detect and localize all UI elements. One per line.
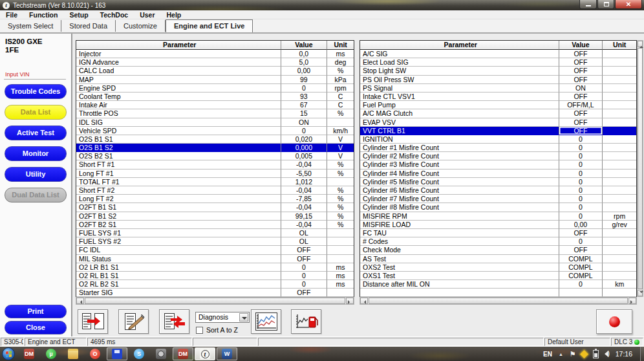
- table-row[interactable]: FC IDLOFF: [76, 246, 354, 254]
- table-row[interactable]: MISFIRE RPM0rpm: [360, 212, 636, 221]
- table-row[interactable]: Intake CTL VSV1OFF: [360, 93, 636, 101]
- menu-item-user[interactable]: User: [134, 11, 160, 19]
- show-desktop-button[interactable]: [640, 347, 644, 361]
- scroll-right-button[interactable]: [346, 298, 354, 304]
- tab-customize[interactable]: Customize: [116, 20, 166, 32]
- taskbar-floppy-app-icon[interactable]: [107, 347, 127, 360]
- table-row[interactable]: # Codes0: [360, 237, 636, 246]
- line-graph-button[interactable]: [251, 309, 281, 334]
- taskbar-techstream-app-icon[interactable]: t: [195, 347, 215, 360]
- volume-icon[interactable]: [605, 351, 608, 357]
- sidebar-button-monitor[interactable]: Monitor: [5, 146, 67, 161]
- table-row[interactable]: A/C SIGOFF: [360, 50, 636, 58]
- table-row[interactable]: Vehicle SPD0km/h: [76, 127, 354, 135]
- sidebar-button-trouble-codes[interactable]: Trouble Codes: [5, 84, 67, 99]
- taskbar-word-icon[interactable]: W: [217, 347, 237, 360]
- table-row[interactable]: IGNITION0: [360, 135, 636, 144]
- vertical-scrollbar[interactable]: [637, 40, 643, 297]
- table-row[interactable]: Injector0,0ms: [76, 50, 354, 58]
- table-row[interactable]: O2FT B2 S1-0,04%: [76, 221, 354, 229]
- table-row[interactable]: Starter SIGOFF: [76, 289, 354, 297]
- table-row[interactable]: O2S B1 S10,020V: [76, 135, 354, 144]
- table-row[interactable]: O2FT B1 S299,15%: [76, 212, 354, 221]
- table-row[interactable]: OXS2 TestCOMPL: [360, 263, 636, 272]
- swap-data-button[interactable]: [159, 309, 189, 334]
- menu-item-file[interactable]: File: [0, 11, 23, 19]
- table-row[interactable]: MISFIRE LOAD0,00g/rev: [360, 221, 636, 229]
- edit-list-button[interactable]: [118, 309, 149, 334]
- scroll-down-button[interactable]: [638, 290, 643, 296]
- table-row[interactable]: MIL StatusOFF: [76, 255, 354, 263]
- table-row[interactable]: IGN Advance5,0deg: [76, 58, 354, 67]
- sidebar-button-utility[interactable]: Utility: [5, 167, 67, 182]
- record-button[interactable]: [596, 309, 632, 334]
- table-row[interactable]: FC TAUOFF: [360, 229, 636, 237]
- scroll-left-button[interactable]: [76, 298, 84, 304]
- menu-item-techdoc[interactable]: TechDoc: [94, 11, 134, 19]
- table-row[interactable]: Check ModeOFF: [360, 246, 636, 254]
- taskbar-skype-icon[interactable]: S: [129, 347, 149, 360]
- table-row[interactable]: Fuel PumpOFF/M,L: [360, 101, 636, 109]
- action-center-icon[interactable]: ⚑: [570, 350, 576, 358]
- table-row[interactable]: AS TestCOMPL: [360, 255, 636, 263]
- tab-stored-data[interactable]: Stored Data: [61, 20, 116, 32]
- taskbar-opera-icon[interactable]: O: [85, 347, 105, 360]
- table-row[interactable]: O2 RL B1 S10ms: [76, 272, 354, 280]
- close-button[interactable]: ✕: [615, 0, 642, 9]
- table-row[interactable]: FUEL SYS #1OL: [76, 229, 354, 237]
- mode-dropdown[interactable]: Diagnosis: [195, 312, 250, 323]
- table-row[interactable]: Cylinder #2 Misfire Count0: [360, 152, 636, 160]
- minimize-button[interactable]: [579, 0, 597, 9]
- fuel-graph-button[interactable]: [291, 309, 321, 334]
- table-row[interactable]: PS SignalON: [360, 84, 636, 93]
- table-row[interactable]: EVAP VSVOFF: [360, 118, 636, 127]
- left-horizontal-scrollbar[interactable]: [76, 297, 354, 305]
- table-row[interactable]: Elect Load SIGOFF: [360, 58, 636, 67]
- column-header-value[interactable]: Value: [559, 41, 603, 50]
- table-row[interactable]: Cylinder #6 Misfire Count0: [360, 186, 636, 195]
- table-row[interactable]: IDL SIGON: [76, 118, 354, 127]
- select-data-button[interactable]: [78, 309, 108, 334]
- menu-item-function[interactable]: Function: [23, 11, 63, 19]
- table-row[interactable]: Long FT #2-7,85%: [76, 195, 354, 203]
- table-row[interactable]: O2S B1 S20,000V: [76, 144, 354, 152]
- table-row[interactable]: O2FT B1 S1-0,04%: [76, 203, 354, 212]
- taskbar-camera-app-icon[interactable]: [151, 347, 171, 360]
- column-header-unit[interactable]: Unit: [602, 41, 636, 50]
- scroll-thumb[interactable]: [369, 298, 628, 304]
- scroll-thumb[interactable]: [85, 298, 345, 304]
- table-row[interactable]: Intake Air67C: [76, 101, 354, 109]
- table-row[interactable]: TOTAL FT #11,012: [76, 178, 354, 186]
- menu-item-help[interactable]: Help: [161, 11, 188, 19]
- scroll-up-button[interactable]: [638, 41, 643, 47]
- tab-system-select[interactable]: System Select: [0, 20, 61, 32]
- table-row[interactable]: VVT CTRL B1OFF: [360, 127, 636, 135]
- show-hidden-icons-button[interactable]: ▲: [559, 352, 563, 356]
- input-vin-link[interactable]: Input VIN: [5, 71, 30, 78]
- scroll-right-button[interactable]: [628, 298, 636, 304]
- clock[interactable]: 17:16: [616, 350, 632, 358]
- table-row[interactable]: FUEL SYS #2OL: [76, 237, 354, 246]
- battery-icon[interactable]: [593, 350, 599, 358]
- menu-item-setup[interactable]: Setup: [63, 11, 94, 19]
- table-row[interactable]: CALC Load0,00%: [76, 67, 354, 75]
- sidebar-button-active-test[interactable]: Active Test: [5, 126, 67, 140]
- column-header-value[interactable]: Value: [281, 41, 327, 50]
- column-header-parameter[interactable]: Parameter: [76, 41, 281, 50]
- chevron-down-icon[interactable]: [239, 313, 248, 322]
- table-row[interactable]: Distance after MIL ON0km: [360, 280, 636, 289]
- language-indicator[interactable]: EN: [543, 351, 552, 358]
- table-row[interactable]: O2 RL B2 S10ms: [76, 280, 354, 289]
- sidebar-button-data-list[interactable]: Data List: [5, 105, 67, 120]
- print-button[interactable]: Print: [5, 305, 67, 318]
- table-row[interactable]: Engine SPD0rpm: [76, 84, 354, 93]
- table-row[interactable]: Short FT #2-0,04%: [76, 186, 354, 195]
- table-row[interactable]: Cylinder #8 Misfire Count0: [360, 203, 636, 212]
- table-row[interactable]: Cylinder #5 Misfire Count0: [360, 178, 636, 186]
- start-button[interactable]: [2, 347, 15, 360]
- taskbar-explorer-folder-icon[interactable]: [63, 347, 83, 360]
- scroll-left-button[interactable]: [360, 298, 368, 304]
- table-row[interactable]: Coolant Temp93C: [76, 93, 354, 101]
- tab-engine-and-ect-live[interactable]: Engine and ECT Live: [166, 19, 253, 32]
- column-header-unit[interactable]: Unit: [327, 41, 354, 50]
